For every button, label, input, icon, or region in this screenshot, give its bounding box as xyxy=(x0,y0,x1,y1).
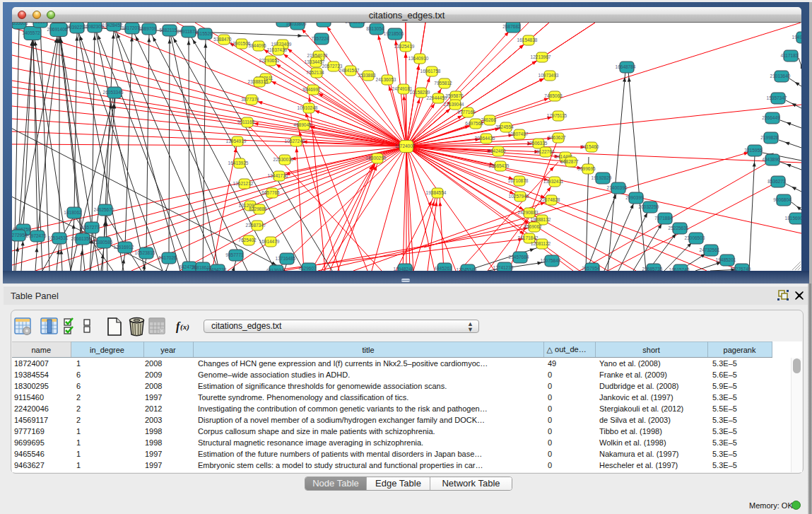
svg-text:9777169: 9777169 xyxy=(457,110,476,115)
svg-text:18300295: 18300295 xyxy=(366,156,387,160)
svg-text:26053346: 26053346 xyxy=(103,90,124,95)
svg-text:23687347: 23687347 xyxy=(246,223,266,228)
svg-text:19384554: 19384554 xyxy=(426,190,447,195)
svg-text:24749181: 24749181 xyxy=(392,86,413,91)
svg-text:19218506: 19218506 xyxy=(384,31,404,36)
svg-text:25685735: 25685735 xyxy=(642,267,663,271)
svg-text:12494238: 12494238 xyxy=(206,267,227,271)
svg-text:24171842: 24171842 xyxy=(518,235,539,240)
svg-text:1405572: 1405572 xyxy=(22,30,40,35)
svg-text:12741238: 12741238 xyxy=(493,265,514,270)
svg-text:22530030: 22530030 xyxy=(273,157,294,162)
svg-text:12081122: 12081122 xyxy=(531,241,551,246)
svg-text:19499464: 19499464 xyxy=(792,35,801,40)
svg-text:10973493: 10973493 xyxy=(539,73,559,78)
svg-text:7485063: 7485063 xyxy=(544,93,563,98)
svg-text:24841507: 24841507 xyxy=(339,68,360,73)
svg-text:7955812: 7955812 xyxy=(434,81,452,86)
svg-text:13640910: 13640910 xyxy=(408,56,429,61)
svg-text:12616912: 12616912 xyxy=(114,245,134,250)
svg-text:26661350: 26661350 xyxy=(71,236,92,241)
svg-text:20364436: 20364436 xyxy=(475,136,495,141)
svg-text:17975115: 17975115 xyxy=(547,113,567,118)
svg-text:9857771: 9857771 xyxy=(225,252,244,257)
svg-text:22655603: 22655603 xyxy=(12,23,28,25)
svg-text:22944459: 22944459 xyxy=(427,95,447,100)
svg-text:2687682: 2687682 xyxy=(502,24,521,29)
svg-text:19122760: 19122760 xyxy=(534,149,555,154)
svg-text:13245349: 13245349 xyxy=(457,267,477,271)
svg-text:19192829: 19192829 xyxy=(592,175,612,180)
svg-text:18724007: 18724007 xyxy=(395,144,416,148)
svg-text:3215955: 3215955 xyxy=(744,148,763,153)
svg-text:23906266: 23906266 xyxy=(312,23,333,23)
svg-text:24290883: 24290883 xyxy=(518,210,539,215)
svg-text:10910248: 10910248 xyxy=(298,105,318,110)
svg-text:10527246: 10527246 xyxy=(285,139,305,144)
svg-text:3824554: 3824554 xyxy=(495,124,514,129)
svg-text:10158289: 10158289 xyxy=(410,90,430,95)
svg-text:16413925: 16413925 xyxy=(228,160,249,165)
svg-text:5882115: 5882115 xyxy=(160,28,177,33)
svg-text:6657765: 6657765 xyxy=(261,190,280,195)
svg-text:1418062: 1418062 xyxy=(64,210,82,215)
svg-text:8813054: 8813054 xyxy=(366,26,384,31)
svg-text:19485201: 19485201 xyxy=(716,257,736,262)
svg-text:3595870: 3595870 xyxy=(445,93,464,98)
svg-text:10523815: 10523815 xyxy=(135,250,155,255)
svg-text:13932411: 13932411 xyxy=(543,179,564,184)
svg-text:4629607: 4629607 xyxy=(298,266,317,271)
svg-text:9011165: 9011165 xyxy=(237,119,255,124)
svg-text:21639044: 21639044 xyxy=(444,102,464,107)
svg-text:4935650: 4935650 xyxy=(30,23,48,24)
svg-text:16648784: 16648784 xyxy=(616,64,636,69)
svg-text:21013640: 21013640 xyxy=(770,74,791,78)
svg-text:2090399: 2090399 xyxy=(625,195,644,200)
svg-text:22293651: 22293651 xyxy=(259,58,280,63)
svg-text:10075847: 10075847 xyxy=(541,258,561,263)
svg-text:9006804: 9006804 xyxy=(773,197,792,202)
svg-text:(x): (x) xyxy=(180,322,189,332)
svg-text:8689709: 8689709 xyxy=(139,26,157,31)
svg-text:6557277: 6557277 xyxy=(81,225,100,230)
svg-text:16154838: 16154838 xyxy=(517,37,538,42)
svg-text:9699695: 9699695 xyxy=(577,166,596,171)
svg-text:13948244: 13948244 xyxy=(394,267,414,271)
svg-text:21400396: 21400396 xyxy=(607,185,628,190)
svg-text:23006503: 23006503 xyxy=(685,235,705,240)
svg-text:20972475: 20972475 xyxy=(26,233,47,238)
svg-text:24136053: 24136053 xyxy=(376,77,396,82)
svg-text:16615740: 16615740 xyxy=(669,267,690,271)
svg-text:8536273: 8536273 xyxy=(767,179,786,184)
svg-text:6942460: 6942460 xyxy=(488,148,506,153)
svg-text:18156909: 18156909 xyxy=(785,216,801,221)
svg-text:4312034: 4312034 xyxy=(266,268,284,271)
svg-text:15276749: 15276749 xyxy=(731,267,751,271)
svg-text:7652134: 7652134 xyxy=(306,70,324,75)
svg-text:19888132: 19888132 xyxy=(531,217,551,222)
svg-text:3533883: 3533883 xyxy=(358,73,376,78)
svg-text:7515526: 7515526 xyxy=(194,31,213,36)
svg-text:15357347: 15357347 xyxy=(767,95,787,100)
svg-text:10807487: 10807487 xyxy=(508,132,529,136)
svg-text:11037430: 11037430 xyxy=(267,47,288,52)
svg-text:26052685: 26052685 xyxy=(346,23,366,24)
svg-text:6417026: 6417026 xyxy=(158,255,177,260)
svg-text:10257945: 10257945 xyxy=(509,194,529,199)
svg-text:13621212: 13621212 xyxy=(233,181,254,186)
svg-text:4343890: 4343890 xyxy=(762,157,780,162)
svg-text:25225631: 25225631 xyxy=(669,226,689,230)
svg-text:8569062: 8569062 xyxy=(524,224,542,229)
svg-text:20032259: 20032259 xyxy=(639,204,659,209)
svg-text:16914479: 16914479 xyxy=(259,239,280,244)
svg-text:13325419: 13325419 xyxy=(394,44,415,49)
svg-text:8846997: 8846997 xyxy=(302,87,321,92)
svg-text:3877374: 3877374 xyxy=(241,97,259,102)
svg-text:13954919: 13954919 xyxy=(226,139,247,144)
svg-text:4117183: 4117183 xyxy=(781,53,799,58)
svg-text:16033809: 16033809 xyxy=(286,23,307,26)
svg-text:10534531: 10534531 xyxy=(48,235,69,240)
svg-text:13716485: 13716485 xyxy=(276,256,296,261)
svg-text:22506335: 22506335 xyxy=(527,141,548,146)
svg-text:16961758: 16961758 xyxy=(420,69,441,74)
